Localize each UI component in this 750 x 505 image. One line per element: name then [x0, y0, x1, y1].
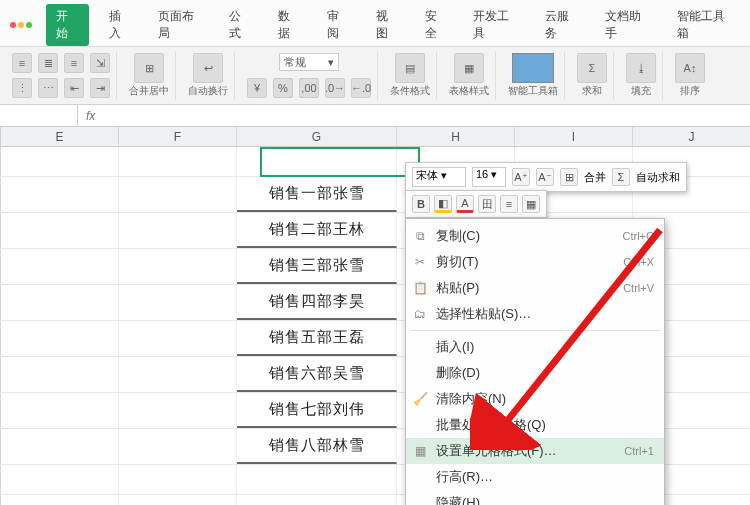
number-format-value: 常规 [284, 55, 306, 70]
ribbon-smart-group: 智能工具箱 [502, 51, 565, 100]
mini-toolbar: 宋体 ▾ 16 ▾ A⁺ A⁻ ⊞ 合并 Σ 自动求和 [405, 162, 687, 192]
sum-label: 求和 [582, 84, 602, 98]
colhead-G[interactable]: G [237, 127, 397, 146]
mini-autosum-label: 自动求和 [636, 170, 680, 185]
mini-bold-icon[interactable]: B [412, 195, 430, 213]
cell-g2[interactable]: 销售一部张雪 [237, 177, 397, 212]
mini-toolbar-row2: B ◧ A 田 ≡ ▦ [405, 190, 547, 218]
mini-format-icon[interactable]: ▦ [522, 195, 540, 213]
ribbon-merge-group: ⊞ 合并居中 [123, 51, 176, 100]
colhead-J[interactable]: J [633, 127, 750, 146]
ctx-batch[interactable]: 批量处理单元格(Q) [406, 412, 664, 438]
mini-border-icon[interactable]: 田 [478, 195, 496, 213]
formula-bar: fx [0, 105, 750, 127]
ctx-insert[interactable]: 插入(I) [406, 334, 664, 360]
cell-g3[interactable]: 销售二部王林 [237, 213, 397, 248]
ribbon-sort-group: A↕ 排序 [669, 51, 711, 100]
number-format-select[interactable]: 常规▾ [279, 53, 339, 71]
mini-align-icon[interactable]: ≡ [500, 195, 518, 213]
valign-top-icon[interactable]: ⋮ [12, 78, 32, 98]
tab-formula[interactable]: 公式 [223, 4, 258, 46]
column-headers: E F G H I J K [0, 127, 750, 147]
colhead-F[interactable]: F [119, 127, 237, 146]
tab-security[interactable]: 安全 [419, 4, 454, 46]
dec-inc-icon[interactable]: .0→ [325, 78, 345, 98]
paste-icon: 📋 [412, 281, 428, 295]
paste-special-icon: 🗂 [412, 307, 428, 321]
cut-icon: ✂ [412, 255, 428, 269]
mini-font-select[interactable]: 宋体 ▾ [412, 167, 466, 187]
cell-g8[interactable]: 销售七部刘伟 [237, 393, 397, 428]
mini-font-inc-icon[interactable]: A⁺ [512, 168, 530, 186]
mini-fill-color-icon[interactable]: ◧ [434, 195, 452, 213]
colhead-H[interactable]: H [397, 127, 515, 146]
cell-g5[interactable]: 销售四部李昊 [237, 285, 397, 320]
tab-insert[interactable]: 插入 [103, 4, 138, 46]
sort-icon[interactable]: A↕ [675, 53, 705, 83]
merge-cells-icon[interactable]: ⊞ [134, 53, 164, 83]
percent-icon[interactable]: % [273, 78, 293, 98]
indent-inc-icon[interactable]: ⇥ [90, 78, 110, 98]
align-right-icon[interactable]: ≡ [64, 53, 84, 73]
mini-font-dec-icon[interactable]: A⁻ [536, 168, 554, 186]
ctx-clear[interactable]: 🧹 清除内容(N) [406, 386, 664, 412]
ctx-format-cells[interactable]: ▦ 设置单元格格式(F)… Ctrl+1 [406, 438, 664, 464]
ribbon-cond-group: ▤ 条件格式 [384, 51, 437, 100]
orientation-icon[interactable]: ⇲ [90, 53, 110, 73]
ctx-cut[interactable]: ✂ 剪切(T) Ctrl+X [406, 249, 664, 275]
merge-label: 合并居中 [129, 84, 169, 98]
ctx-paste[interactable]: 📋 粘贴(P) Ctrl+V [406, 275, 664, 301]
cond-label: 条件格式 [390, 84, 430, 98]
dec-dec-icon[interactable]: ←.0 [351, 78, 371, 98]
mini-size-select[interactable]: 16 ▾ [472, 167, 506, 187]
wrap-text-icon[interactable]: ↩ [193, 53, 223, 83]
colhead-E[interactable]: E [1, 127, 119, 146]
sum-icon[interactable]: Σ [577, 53, 607, 83]
smartbox-label: 智能工具箱 [508, 84, 558, 98]
cell-g6[interactable]: 销售五部王磊 [237, 321, 397, 356]
indent-dec-icon[interactable]: ⇤ [64, 78, 84, 98]
cell-g7[interactable]: 销售六部吴雪 [237, 357, 397, 392]
ctx-row-height[interactable]: 行高(R)… [406, 464, 664, 490]
ctx-delete[interactable]: 删除(D) [406, 360, 664, 386]
ribbon-align-group: ≡ ≣ ≡ ⇲ ⋮ ⋯ ⇤ ⇥ [6, 51, 117, 100]
ribbon-number-group: 常规▾ ¥ % ,00 .0→ ←.0 [241, 51, 378, 100]
fx-icon[interactable]: fx [78, 109, 103, 123]
tab-view[interactable]: 视图 [370, 4, 405, 46]
fill-icon[interactable]: ⭳ [626, 53, 656, 83]
cell-g4[interactable]: 销售三部张雪 [237, 249, 397, 284]
ctx-hide[interactable]: 隐藏(H) [406, 490, 664, 505]
tab-start[interactable]: 开始 [46, 4, 89, 46]
cell-g9[interactable]: 销售八部林雪 [237, 429, 397, 464]
align-left-icon[interactable]: ≡ [12, 53, 32, 73]
tab-layout[interactable]: 页面布局 [152, 4, 210, 46]
tab-data[interactable]: 数据 [272, 4, 307, 46]
mini-merge-icon[interactable]: ⊞ [560, 168, 578, 186]
tab-review[interactable]: 审阅 [321, 4, 356, 46]
format-cells-icon: ▦ [412, 444, 428, 458]
comma-icon[interactable]: ,00 [299, 78, 319, 98]
tab-smart[interactable]: 智能工具箱 [671, 4, 740, 46]
wrap-label: 自动换行 [188, 84, 228, 98]
conditional-format-icon[interactable]: ▤ [395, 53, 425, 83]
currency-icon[interactable]: ¥ [247, 78, 267, 98]
ribbon-sum-group: Σ 求和 [571, 51, 614, 100]
table-style-icon[interactable]: ▦ [454, 53, 484, 83]
ctx-separator [410, 330, 660, 331]
ctx-paste-special[interactable]: 🗂 选择性粘贴(S)… [406, 301, 664, 327]
tab-pdf[interactable]: 文档助手 [599, 4, 657, 46]
tab-cloud[interactable]: 云服务 [539, 4, 585, 46]
smart-toolbox-button[interactable] [512, 53, 554, 83]
align-center-icon[interactable]: ≣ [38, 53, 58, 73]
tab-dev[interactable]: 开发工具 [467, 4, 525, 46]
mini-sum-icon[interactable]: Σ [612, 168, 630, 186]
ribbon-wrap-group: ↩ 自动换行 [182, 51, 235, 100]
ribbon-fill-group: ⭳ 填充 [620, 51, 663, 100]
valign-mid-icon[interactable]: ⋯ [38, 78, 58, 98]
ctx-copy[interactable]: ⧉ 复制(C) Ctrl+C [406, 223, 664, 249]
name-box[interactable] [0, 105, 78, 126]
mini-font-color-icon[interactable]: A [456, 195, 474, 213]
tablestyle-label: 表格样式 [449, 84, 489, 98]
sort-label: 排序 [680, 84, 700, 98]
colhead-I[interactable]: I [515, 127, 633, 146]
